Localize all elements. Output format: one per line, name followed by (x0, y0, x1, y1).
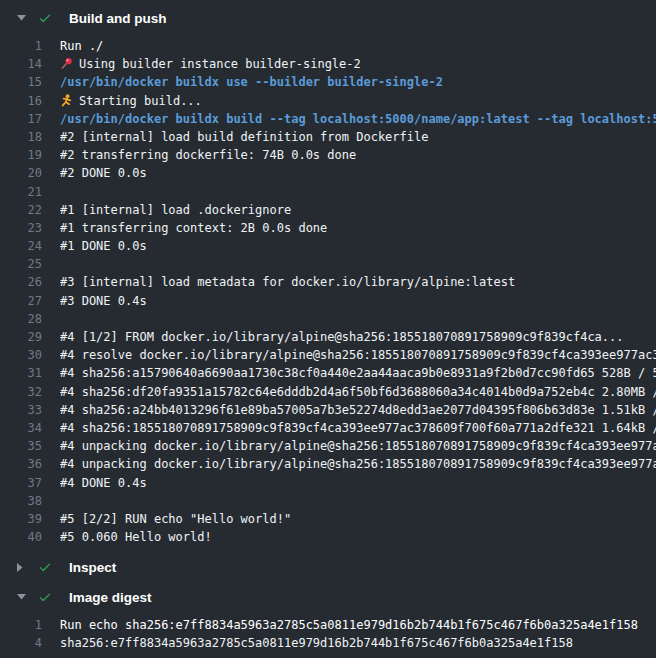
check-icon (38, 11, 52, 25)
line-text: #4 DONE 0.4s (60, 476, 147, 490)
log-line: 32#4 sha256:df20fa9351a15782c64e6dddb2d4… (0, 383, 656, 401)
log-line: 18#2 [internal] load build definition fr… (0, 128, 656, 146)
line-number[interactable]: 30 (0, 346, 42, 364)
section-title: Build and push (69, 11, 167, 26)
line-number[interactable]: 17 (0, 110, 42, 128)
line-text: #4 [1/2] FROM docker.io/library/alpine@s… (60, 330, 624, 344)
line-text: #4 sha256:185518070891758909c9f839cf4ca3… (60, 421, 656, 435)
line-content: #4 unpacking docker.io/library/alpine@sh… (60, 455, 656, 473)
chevron-down-icon[interactable] (17, 15, 26, 21)
log-lines: 1Run echo sha256:e7ff8834a5963a2785c5a08… (0, 612, 656, 658)
check-icon (38, 590, 52, 604)
line-number[interactable]: 36 (0, 455, 42, 473)
log-line: 39#5 [2/2] RUN echo "Hello world!" (0, 510, 656, 528)
line-text: #4 unpacking docker.io/library/alpine@sh… (60, 439, 656, 453)
section-title: Image digest (69, 590, 152, 605)
line-number[interactable]: 14 (0, 55, 42, 73)
line-number[interactable]: 4 (0, 634, 42, 652)
section-header-image-digest[interactable]: Image digest (0, 582, 656, 612)
line-number[interactable]: 32 (0, 383, 42, 401)
line-number[interactable]: 40 (0, 528, 42, 546)
chevron-down-icon[interactable] (17, 594, 26, 600)
log-line: 38 (0, 492, 656, 510)
line-number[interactable]: 21 (0, 183, 42, 201)
section-header-build-and-push[interactable]: Build and push (0, 3, 656, 33)
status-check (38, 560, 52, 574)
line-number[interactable]: 18 (0, 128, 42, 146)
line-number[interactable]: 31 (0, 364, 42, 382)
line-content: Using builder instance builder-single-2 (60, 55, 656, 73)
line-content: /usr/bin/docker buildx use --builder bui… (60, 73, 656, 91)
line-content: #2 DONE 0.0s (60, 164, 656, 182)
log-line: 36#4 unpacking docker.io/library/alpine@… (0, 455, 656, 473)
sections: Build and push1Run ./14Using builder ins… (0, 3, 656, 658)
section-toggle[interactable] (17, 15, 27, 21)
line-number[interactable]: 35 (0, 437, 42, 455)
log-line: 31#4 sha256:a15790640a6690aa1730c38cf0a4… (0, 364, 656, 382)
line-number[interactable]: 28 (0, 310, 42, 328)
line-content (60, 255, 656, 273)
line-content: #5 [2/2] RUN echo "Hello world!" (60, 510, 656, 528)
line-number[interactable]: 26 (0, 273, 42, 291)
section-header-inspect[interactable]: Inspect (0, 552, 656, 582)
line-number[interactable]: 1 (0, 37, 42, 55)
line-text: #3 DONE 0.4s (60, 294, 147, 308)
line-content (60, 492, 656, 510)
line-number[interactable]: 27 (0, 292, 42, 310)
line-content: #4 sha256:a24bb4013296f61e89ba57005a7b3e… (60, 401, 656, 419)
line-text: Using builder instance builder-single-2 (79, 57, 361, 71)
line-content: Run ./ (60, 37, 656, 55)
line-text: #2 [internal] load build definition from… (60, 130, 428, 144)
log-line: 30#4 resolve docker.io/library/alpine@sh… (0, 346, 656, 364)
line-number[interactable]: 33 (0, 401, 42, 419)
line-content: #1 [internal] load .dockerignore (60, 201, 656, 219)
runner-icon (60, 94, 73, 107)
log-line: 29#4 [1/2] FROM docker.io/library/alpine… (0, 328, 656, 346)
line-text: #4 resolve docker.io/library/alpine@sha2… (60, 348, 656, 362)
pushpin-icon (60, 57, 73, 70)
section-toggle[interactable] (17, 563, 27, 572)
log-line: 1Run echo sha256:e7ff8834a5963a2785c5a08… (0, 616, 656, 634)
log-line: 24#1 DONE 0.0s (0, 237, 656, 255)
line-number[interactable]: 38 (0, 492, 42, 510)
line-text: Run echo sha256:e7ff8834a5963a2785c5a081… (60, 618, 638, 632)
log-line: 28 (0, 310, 656, 328)
line-number[interactable]: 25 (0, 255, 42, 273)
log-line: 16Starting build... (0, 92, 656, 110)
line-number[interactable]: 29 (0, 328, 42, 346)
line-content: Starting build... (60, 92, 656, 110)
log-line: 27#3 DONE 0.4s (0, 292, 656, 310)
line-number[interactable]: 23 (0, 219, 42, 237)
line-number[interactable]: 15 (0, 73, 42, 91)
log-line: 21 (0, 183, 656, 201)
line-number[interactable]: 22 (0, 201, 42, 219)
line-number[interactable]: 1 (0, 616, 42, 634)
line-number[interactable]: 19 (0, 146, 42, 164)
section-toggle[interactable] (17, 594, 27, 600)
line-number[interactable]: 34 (0, 419, 42, 437)
line-text: #2 DONE 0.0s (60, 166, 147, 180)
line-text: Run ./ (60, 39, 103, 53)
status-check (38, 590, 52, 604)
line-number[interactable]: 16 (0, 92, 42, 110)
log-line: 40#5 0.060 Hello world! (0, 528, 656, 546)
chevron-right-icon[interactable] (17, 563, 23, 572)
log-line: 26#3 [internal] load metadata for docker… (0, 273, 656, 291)
line-text: #4 sha256:a24bb4013296f61e89ba57005a7b3e… (60, 403, 656, 417)
log-line: 22#1 [internal] load .dockerignore (0, 201, 656, 219)
section-inspect: Inspect (0, 552, 656, 582)
line-number[interactable]: 37 (0, 474, 42, 492)
line-content (60, 183, 656, 201)
line-content: #4 DONE 0.4s (60, 474, 656, 492)
line-text: /usr/bin/docker buildx build --tag local… (60, 112, 656, 126)
line-number[interactable]: 39 (0, 510, 42, 528)
line-number[interactable]: 20 (0, 164, 42, 182)
line-number[interactable]: 24 (0, 237, 42, 255)
log-line: 23#1 transferring context: 2B 0.0s done (0, 219, 656, 237)
line-text: #1 [internal] load .dockerignore (60, 203, 291, 217)
line-text: #4 sha256:a15790640a6690aa1730c38cf0a440… (60, 366, 656, 380)
line-text: #4 sha256:df20fa9351a15782c64e6dddb2d4a6… (60, 385, 656, 399)
log-line: 14Using builder instance builder-single-… (0, 55, 656, 73)
line-content: #3 [internal] load metadata for docker.i… (60, 273, 656, 291)
line-text: Starting build... (79, 94, 202, 108)
